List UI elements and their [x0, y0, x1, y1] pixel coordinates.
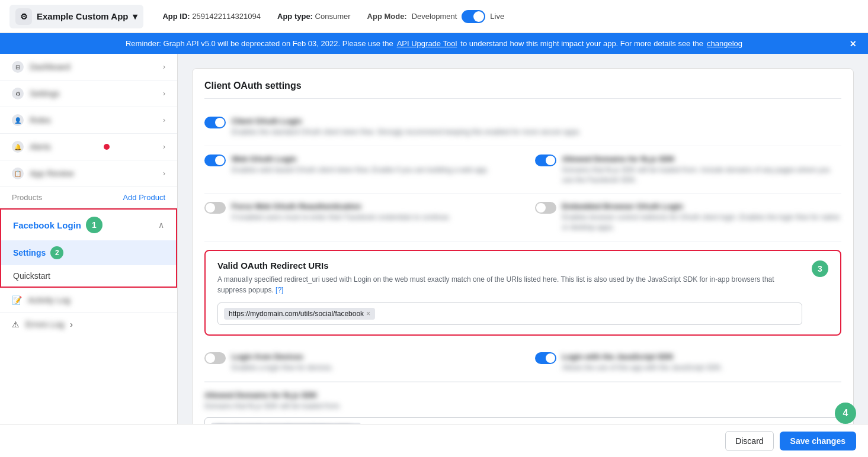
- errors-log-icon: ⚠: [12, 320, 20, 329]
- dashboard-icon: ⊟: [12, 61, 24, 73]
- errors-log-label: Errors Log: [25, 320, 64, 329]
- products-section-header: Products Add Product: [0, 187, 177, 208]
- oauth-section-desc: A manually specified redirect_uri used w…: [217, 274, 802, 295]
- chevron-right-icon: ›: [163, 63, 165, 71]
- sidebar-item-settings[interactable]: ⚙ Settings ›: [0, 81, 177, 107]
- roles-icon: 👤: [12, 114, 24, 126]
- sidebar-label-app-review: App Review: [30, 169, 74, 178]
- settings-row-bottom-1: Login from Devices Enables a login flow …: [204, 344, 841, 382]
- discard-button[interactable]: Discard: [725, 431, 773, 451]
- main-content: Client OAuth settings Client OAuth Login…: [178, 54, 868, 453]
- changelog-link[interactable]: changelog: [707, 39, 742, 48]
- app-name-label: Example Custom App: [37, 11, 128, 21]
- allowed-domains-label-col: Allowed Domains for fb.js SDK Domains th…: [562, 155, 842, 185]
- banner-text: Reminder: Graph API v5.0 will be depreca…: [126, 39, 393, 48]
- embedded-browser-label-col: Embedded Browser OAuth Login Enables bro…: [562, 202, 842, 233]
- alerts-badge: [104, 144, 110, 150]
- nav-meta: App ID: 2591422114321094 App type: Consu…: [162, 10, 504, 23]
- app-id-field: App ID: 2591422114321094: [162, 12, 261, 21]
- toggle-web-oauth[interactable]: [204, 155, 226, 166]
- app-mode-switch[interactable]: [462, 10, 485, 23]
- toggle-embedded-browser[interactable]: [535, 202, 556, 214]
- sidebar-label-alerts: Alerts: [30, 142, 51, 152]
- sidebar-label-settings: Settings: [30, 89, 60, 98]
- oauth-help-link[interactable]: [?]: [276, 286, 283, 294]
- oauth-tag: https://mydomain.com/utils/social/facebo…: [224, 308, 375, 320]
- add-product-button[interactable]: Add Product: [123, 193, 165, 202]
- top-nav: ⚙ Example Custom App ▾ App ID: 259142211…: [0, 0, 868, 33]
- settings-row-3: Force Web OAuth Reauthentication If enab…: [204, 194, 841, 242]
- app-mode-toggle: App Mode: Development Live: [367, 10, 505, 23]
- oauth-tag-value: https://mydomain.com/utils/social/facebo…: [229, 310, 364, 318]
- chevron-right-icon-3: ›: [163, 116, 165, 124]
- facebook-login-settings-sub[interactable]: Settings 2: [1, 240, 176, 265]
- sidebar-item-activity-log[interactable]: 📝 Activity Log: [0, 288, 177, 312]
- sidebar-label-roles: Roles: [30, 115, 51, 125]
- chevron-right-icon-2: ›: [163, 89, 165, 98]
- activity-log-label: Activity Log: [28, 295, 71, 305]
- app-type-field: App type: Consumer: [277, 12, 351, 21]
- client-oauth-label-col: Client OAuth Login Enables the standard …: [232, 117, 581, 137]
- valid-oauth-section: Valid OAuth Redirect URIs A manually spe…: [204, 250, 841, 336]
- dropdown-chevron-icon: ▾: [133, 11, 137, 22]
- app-icon: ⚙: [15, 8, 32, 25]
- step-4-badge: 4: [835, 403, 856, 424]
- sidebar: ⊟ Dashboard › ⚙ Settings › 👤 Roles › 🔔 A…: [0, 54, 178, 453]
- login-js-sdk-label-col: Login with the JavaScript SDK Allows the…: [562, 352, 723, 373]
- facebook-login-title: Facebook Login: [13, 220, 81, 230]
- banner-middle-text: to understand how this might impact your…: [460, 39, 703, 48]
- sidebar-item-errors-log[interactable]: ⚠ Errors Log ›: [0, 312, 177, 336]
- main-layout: ⊟ Dashboard › ⚙ Settings › 👤 Roles › 🔔 A…: [0, 54, 868, 453]
- facebook-login-section: Facebook Login 1 ∧ Settings 2 Quickstart: [0, 208, 177, 288]
- sidebar-item-roles[interactable]: 👤 Roles ›: [0, 107, 177, 134]
- chevron-right-icon-6: ›: [70, 320, 73, 329]
- activity-log-icon: 📝: [12, 295, 22, 305]
- domain-section-label: Allowed Domains for fb.js SDK Domains th…: [204, 391, 841, 411]
- settings-row-1: Client OAuth Login Enables the standard …: [204, 108, 841, 146]
- toggle-login-devices[interactable]: [204, 352, 226, 364]
- facebook-login-chevron-icon: ∧: [158, 220, 164, 230]
- deprecation-banner: Reminder: Graph API v5.0 will be depreca…: [0, 33, 868, 54]
- sidebar-item-dashboard[interactable]: ⊟ Dashboard ›: [0, 54, 177, 81]
- toggle-allowed-domains[interactable]: [535, 155, 556, 166]
- facebook-login-header[interactable]: Facebook Login 1 ∧: [1, 210, 176, 240]
- footer-bar: Discard Save changes: [0, 424, 868, 453]
- facebook-login-quickstart-sub[interactable]: Quickstart: [1, 265, 176, 287]
- client-oauth-title: Client OAuth settings: [204, 81, 841, 99]
- chevron-right-icon-4: ›: [163, 143, 165, 151]
- sidebar-label-dashboard: Dashboard: [30, 62, 71, 72]
- oauth-tag-remove[interactable]: ×: [366, 310, 370, 318]
- app-name-button[interactable]: ⚙ Example Custom App ▾: [9, 5, 143, 28]
- save-button[interactable]: Save changes: [780, 432, 856, 450]
- settings-icon: ⚙: [12, 88, 24, 99]
- settings-sub-label: Settings: [13, 248, 46, 258]
- toggle-login-js-sdk[interactable]: [535, 352, 556, 364]
- quickstart-label: Quickstart: [13, 271, 50, 281]
- oauth-section-title: Valid OAuth Redirect URIs: [217, 260, 802, 271]
- app-review-icon: 📋: [12, 168, 24, 179]
- login-devices-label-col: Login from Devices Enables a login flow …: [232, 352, 333, 373]
- client-oauth-card: Client OAuth settings Client OAuth Login…: [192, 68, 854, 453]
- alerts-icon: 🔔: [12, 141, 24, 153]
- oauth-redirect-input[interactable]: https://mydomain.com/utils/social/facebo…: [217, 302, 802, 325]
- sidebar-item-alerts[interactable]: 🔔 Alerts ›: [0, 134, 177, 160]
- settings-row-2: Web OAuth Login Enables web based OAuth …: [204, 146, 841, 194]
- banner-close-button[interactable]: ×: [850, 37, 856, 50]
- products-label: Products: [12, 193, 42, 202]
- toggle-client-oauth[interactable]: [204, 117, 226, 128]
- step-3-badge: 3: [812, 260, 828, 277]
- chevron-right-icon-5: ›: [163, 169, 165, 178]
- step-2-badge: 2: [50, 246, 63, 259]
- sidebar-item-app-review[interactable]: 📋 App Review ›: [0, 160, 177, 187]
- api-upgrade-link[interactable]: API Upgrade Tool: [397, 39, 457, 48]
- force-web-oauth-label-col: Force Web OAuth Reauthentication If enab…: [232, 202, 451, 223]
- web-oauth-label-col: Web OAuth Login Enables web based OAuth …: [232, 155, 489, 175]
- toggle-force-web-oauth[interactable]: [204, 202, 226, 214]
- step-1-badge: 1: [86, 217, 103, 233]
